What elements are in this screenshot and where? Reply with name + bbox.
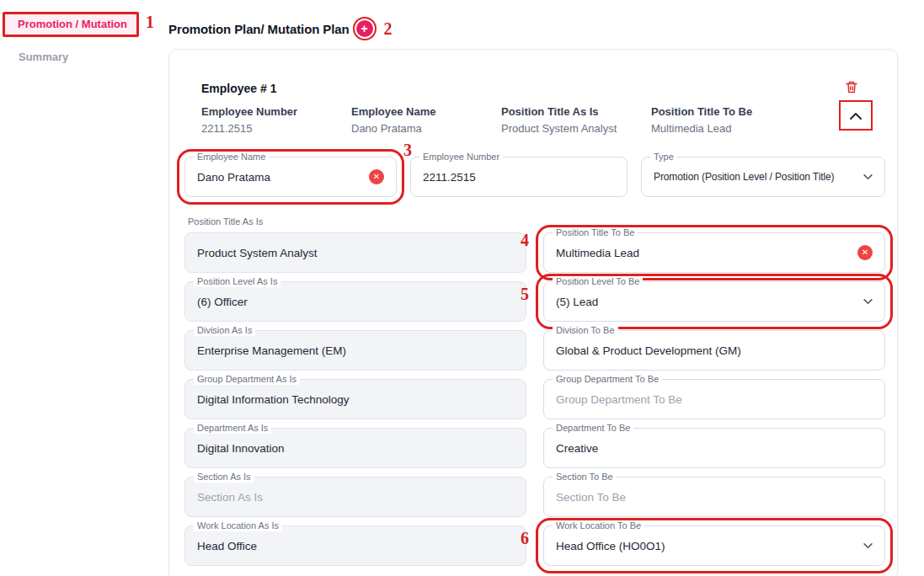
position-title-as-is-label: Position Title As Is [188, 216, 526, 227]
position-title-as-is-input [197, 247, 514, 259]
employee-number-label: Employee Number [419, 152, 503, 163]
position-level-to-be-select[interactable]: Position Level To Be 5 [543, 281, 885, 322]
trash-icon [845, 84, 858, 97]
department-as-is-field: Department As Is [184, 428, 526, 468]
sidebar: Promotion / Mutation 1 Summary [0, 12, 168, 63]
department-to-be-field[interactable]: Department To Be [543, 428, 885, 468]
type-select[interactable]: Type [641, 157, 885, 197]
employee-card: Employee # 1 Employee Number 2211.2515 E… [168, 49, 898, 576]
department-as-is-label: Department As Is [194, 423, 271, 434]
division-as-is-field: Division As Is [184, 330, 526, 371]
annotation-number-1: 1 [146, 13, 154, 30]
division-to-be-label: Division To Be [553, 325, 618, 336]
employee-summary-row: Employee Number 2211.2515 Employee Name … [201, 105, 868, 135]
position-title-to-be-input[interactable] [556, 247, 851, 259]
employee-name-label: Employee Name [194, 152, 269, 163]
position-title-to-be-label: Position Title To Be [553, 227, 638, 238]
page-title: Promotion Plan/ Mutation Plan [168, 22, 350, 36]
employee-name-input[interactable] [197, 171, 362, 184]
type-input[interactable] [654, 171, 857, 183]
position-title-to-be-field[interactable]: Position Title To Be ✕ 4 [543, 232, 885, 273]
delete-employee-button[interactable] [843, 78, 860, 99]
work-location-to-be-label: Work Location To Be [553, 520, 644, 531]
summary-label-employee-name: Employee Name [351, 105, 501, 118]
annotation-number-2: 2 [384, 20, 393, 37]
position-level-as-is-label: Position Level As Is [194, 276, 280, 287]
chevron-down-icon [863, 299, 873, 305]
type-label: Type [650, 152, 677, 163]
position-level-as-is-input [197, 296, 514, 308]
employee-number-field[interactable]: Employee Number [410, 157, 628, 197]
division-to-be-field[interactable]: Division To Be [543, 330, 885, 371]
section-to-be-field[interactable]: Section To Be [543, 477, 885, 517]
work-location-to-be-input[interactable] [556, 540, 857, 552]
department-to-be-input[interactable] [556, 442, 873, 455]
summary-value-employee-name: Dano Pratama [351, 122, 501, 135]
clear-icon[interactable]: ✕ [369, 169, 384, 184]
main-content: Promotion Plan/ Mutation Plan + 2 Employ… [168, 0, 898, 576]
section-to-be-label: Section To Be [553, 472, 617, 483]
summary-label-position-title-as-is: Position Title As Is [501, 105, 651, 118]
group-department-as-is-input [197, 393, 514, 406]
annotation-number-4: 4 [521, 232, 529, 248]
position-level-to-be-label: Position Level To Be [553, 276, 643, 287]
chevron-down-icon [863, 543, 873, 549]
employee-name-field[interactable]: Employee Name ✕ 3 [184, 157, 397, 197]
employee-card-title: Employee # 1 [201, 82, 868, 95]
section-as-is-field: Section As Is [184, 477, 526, 517]
position-level-as-is-field: Position Level As Is [184, 281, 526, 322]
summary-label-position-title-to-be: Position Title To Be [651, 105, 801, 118]
annotation-number-6: 6 [521, 530, 529, 547]
work-location-as-is-input [197, 540, 514, 552]
division-as-is-input [197, 344, 514, 357]
work-location-as-is-label: Work Location As Is [194, 520, 282, 531]
position-level-to-be-input[interactable] [556, 296, 857, 308]
clear-icon[interactable]: ✕ [857, 245, 873, 260]
chevron-down-icon [863, 174, 873, 180]
group-department-as-is-field: Group Department As Is [184, 379, 526, 419]
summary-label-employee-number: Employee Number [201, 105, 351, 118]
employee-form: Employee Name ✕ 3 Employee Number Type [169, 157, 897, 566]
employee-number-input[interactable] [423, 171, 615, 184]
division-to-be-input[interactable] [556, 344, 873, 357]
add-employee-button[interactable]: + [356, 20, 373, 37]
group-department-to-be-field[interactable]: Group Department To Be [543, 379, 885, 419]
group-department-to-be-label: Group Department To Be [553, 374, 662, 385]
collapse-employee-button[interactable] [842, 104, 869, 127]
tab-summary[interactable]: Summary [19, 51, 168, 63]
group-department-as-is-label: Group Department As Is [194, 374, 300, 385]
group-department-to-be-input[interactable] [556, 393, 873, 406]
chevron-up-icon [850, 109, 862, 122]
annotation-number-3: 3 [403, 141, 412, 158]
work-location-to-be-select[interactable]: Work Location To Be 6 [543, 525, 885, 566]
division-as-is-label: Division As Is [194, 325, 255, 336]
department-as-is-input [197, 442, 514, 455]
section-to-be-input[interactable] [556, 491, 873, 504]
work-location-as-is-field: Work Location As Is [184, 525, 526, 566]
summary-value-position-title-to-be: Multimedia Lead [651, 122, 801, 135]
position-title-as-is-group: Position Title As Is [184, 216, 526, 273]
tab-promotion-mutation[interactable]: Promotion / Mutation [3, 12, 139, 37]
annotation-number-5: 5 [521, 285, 529, 302]
position-title-as-is-field [184, 232, 526, 273]
department-to-be-label: Department To Be [553, 423, 633, 434]
section-as-is-input [197, 491, 514, 504]
summary-value-position-title-as-is: Product System Analyst [501, 122, 651, 135]
section-as-is-label: Section As Is [194, 472, 254, 483]
summary-value-employee-number: 2211.2515 [201, 122, 351, 135]
